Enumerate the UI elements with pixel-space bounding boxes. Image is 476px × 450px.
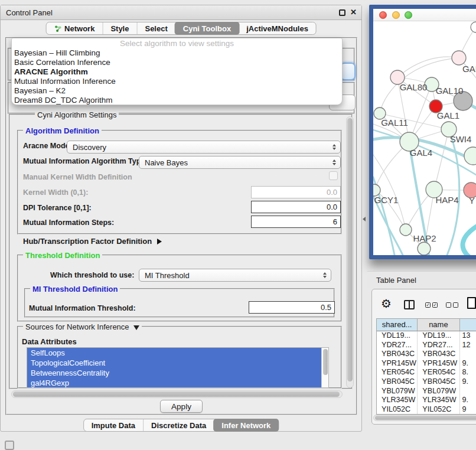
tab-jactivemnodules[interactable]: jActiveMNodules <box>239 22 316 34</box>
document-icon[interactable] <box>467 297 476 309</box>
hub-definition-toggle[interactable]: Hub/Transcription Factor Definition <box>23 237 162 246</box>
table-cell: 8. <box>460 368 476 377</box>
collapse-arrow-icon <box>133 325 139 330</box>
mi-algorithm-type-combobox[interactable]: Naive Bayes <box>139 156 341 169</box>
bottom-tabs: Impute DataDiscretize DataInfer Network <box>83 419 279 432</box>
threshold-definition-title: Threshold Definition <box>23 251 102 260</box>
data-attributes-list[interactable]: SelfLoopsTopologicalCoefficientBetweenne… <box>27 347 329 388</box>
table-row[interactable]: YDL19...YDL19...13 <box>377 331 476 341</box>
tab-impute-data[interactable]: Impute Data <box>84 419 143 431</box>
table-panel-titlebar: Table Panel <box>367 271 476 288</box>
tab-network[interactable]: Network <box>46 22 102 34</box>
deselect-all-icon[interactable] <box>446 302 458 308</box>
table-cell: 12 <box>460 341 476 350</box>
tab-discretize-data[interactable]: Discretize Data <box>143 419 214 431</box>
node-label-swi4: SWI4 <box>450 134 472 144</box>
close-icon[interactable]: ✕ <box>350 8 357 17</box>
table-row[interactable]: YBL079WYBL079W <box>377 387 476 396</box>
table-cell: 13 <box>460 331 476 341</box>
select-all-icon[interactable] <box>425 302 438 308</box>
table-cell: YDL19... <box>377 331 418 341</box>
table-cell <box>460 350 476 359</box>
aracne-mode-combobox[interactable]: Discovery <box>67 141 341 154</box>
tab-style[interactable]: Style <box>102 22 136 34</box>
network-node[interactable] <box>464 147 476 165</box>
algorithm-option-bayesian-hill-climbing[interactable]: Bayesian – Hill Climbing <box>12 48 342 58</box>
node-label-y: Y <box>469 195 475 206</box>
table-cell: YER054C <box>418 368 459 377</box>
which-threshold-combobox[interactable]: MI Threshold <box>139 269 331 282</box>
network-edge <box>463 227 476 255</box>
control-panel: Control Panel ✕ NetworkStyleSelectCyni T… <box>0 5 362 432</box>
settings-vertical-scrollbar[interactable] <box>346 116 354 388</box>
manual-kernel-width-checkbox[interactable] <box>329 171 338 180</box>
table-row[interactable]: YDR27...YDR27...12 <box>377 341 476 350</box>
algorithm-dropdown-popup: Select algorithm to view settingsBayesia… <box>11 38 343 105</box>
attribute-item-topologicalcoefficient[interactable]: TopologicalCoefficient <box>27 358 328 368</box>
tab-cyni-toolbox[interactable]: Cyni Toolbox <box>175 22 239 35</box>
tab-infer-network[interactable]: Infer Network <box>213 419 279 432</box>
network-edge <box>373 196 403 255</box>
split-pane-icon[interactable] <box>404 300 415 309</box>
algorithm-option-aracne-algorithm[interactable]: ARACNE Algorithm <box>12 67 342 77</box>
algorithm-option-basic-correlation-inference[interactable]: Basic Correlation Inference <box>12 58 342 67</box>
table-cell: YDR27... <box>377 341 418 350</box>
table-horizontal-scrollbar[interactable] <box>373 415 476 421</box>
network-node-gal[interactable] <box>452 51 466 65</box>
list-vertical-scrollbar[interactable] <box>321 348 328 387</box>
kernel-width-field[interactable]: 0.0 <box>251 186 341 198</box>
node-table: shared...name YDL19...YDL19...13YDR27...… <box>376 318 476 415</box>
attribute-item-gal4rgexp[interactable]: gal4RGexp <box>27 378 328 388</box>
dpi-tolerance-field[interactable]: 0.0 <box>251 201 341 213</box>
mi-algorithm-type-label: Mutual Information Algorithm Type: <box>23 157 147 165</box>
table-row[interactable]: YER054CYER054C8. <box>377 368 476 377</box>
close-window-button[interactable] <box>379 11 387 19</box>
minimized-panel-icon[interactable] <box>5 441 14 450</box>
table-row[interactable]: YBR045CYBR045C9. <box>377 377 476 387</box>
network-canvas[interactable]: GALGAL80GAL10GAL1GAL11SWI4GAL4YHAP4GCY1H… <box>373 21 476 255</box>
table-row[interactable]: YIL052CYIL052C9 <box>377 405 476 415</box>
algorithm-option-mutual-information-inference[interactable]: Mutual Information Inference <box>12 77 342 86</box>
splitter-collapse-arrow[interactable] <box>363 217 366 221</box>
table-row[interactable]: YBR043CYBR043C <box>377 350 476 359</box>
attribute-item-selfloops[interactable]: SelfLoops <box>27 348 328 358</box>
cyni-algorithm-settings-title: Cyni Algorithm Settings <box>35 110 119 119</box>
attribute-item-betweennesscentrality[interactable]: BetweennessCentrality <box>27 368 328 378</box>
mi-steps-field[interactable]: 6 <box>251 216 341 228</box>
tab-label: Select <box>145 24 167 33</box>
algorithm-option-dream8-dc-tdc-algorithm[interactable]: Dream8 DC_TDC Algorithm <box>12 96 342 105</box>
tab-label: Infer Network <box>221 421 270 430</box>
node-label-hap2: HAP2 <box>413 233 436 243</box>
network-node-hap2[interactable] <box>400 224 412 236</box>
column-header-name[interactable]: name <box>418 319 459 331</box>
tab-label: Style <box>110 24 129 33</box>
node-label-gal80: GAL80 <box>400 82 428 92</box>
network-node[interactable] <box>418 242 431 255</box>
minimize-window-button[interactable] <box>392 11 400 19</box>
node-label-hap4: HAP4 <box>435 195 458 205</box>
tab-select[interactable]: Select <box>136 22 175 34</box>
mi-threshold-field[interactable]: 0.5 <box>249 301 335 314</box>
column-header-shared[interactable]: shared... <box>377 319 418 331</box>
column-header-2[interactable] <box>460 319 476 331</box>
network-node[interactable] <box>471 22 476 32</box>
apply-button[interactable]: Apply <box>160 400 203 413</box>
algorithm-option-bayesian-k2[interactable]: Bayesian – K2 <box>12 86 342 96</box>
float-window-icon[interactable] <box>339 9 345 16</box>
settings-gear-icon[interactable] <box>381 296 392 311</box>
control-panel-titlebar: Control Panel ✕ <box>1 5 361 20</box>
table-cell: YBR043C <box>418 350 459 359</box>
dpi-tolerance-label: DPI Tolerance [0,1]: <box>23 204 92 212</box>
table-cell: YBR045C <box>377 377 418 387</box>
table-cell: YPR145W <box>418 359 459 369</box>
sources-title-row[interactable]: Sources for Network Inference <box>23 322 142 331</box>
tab-label: Impute Data <box>92 421 135 430</box>
tab-label: Discretize Data <box>151 421 206 430</box>
tab-label: Network <box>64 24 94 33</box>
table-row[interactable]: YLR345WYLR345W9. <box>377 396 476 405</box>
table-cell: YDR27... <box>418 341 459 350</box>
table-row[interactable]: YPR145WYPR145W9. <box>377 359 476 369</box>
zoom-window-button[interactable] <box>405 11 412 19</box>
settings-horizontal-scrollbar[interactable] <box>11 390 343 398</box>
node-label-gal1: GAL1 <box>437 110 459 120</box>
